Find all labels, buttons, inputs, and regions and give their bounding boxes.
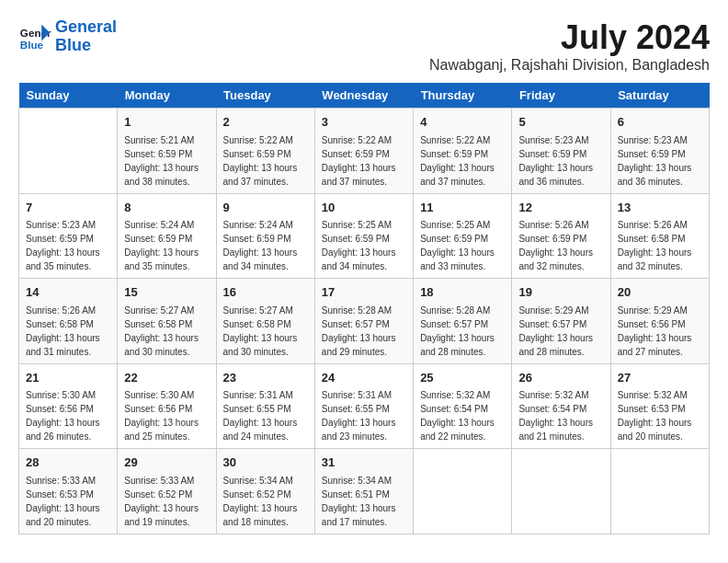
calendar-cell: 12Sunrise: 5:26 AMSunset: 6:59 PMDayligh… [512, 193, 610, 279]
day-number: 31 [322, 454, 406, 472]
day-content: Sunrise: 5:30 AMSunset: 6:56 PMDaylight:… [26, 388, 110, 443]
logo-line2: Blue [55, 36, 91, 54]
day-number: 21 [26, 369, 110, 387]
calendar-cell: 13Sunrise: 5:26 AMSunset: 6:58 PMDayligh… [610, 193, 709, 279]
calendar-cell: 29Sunrise: 5:33 AMSunset: 6:52 PMDayligh… [118, 449, 216, 534]
day-content: Sunrise: 5:26 AMSunset: 6:59 PMDaylight:… [518, 218, 603, 273]
day-content: Sunrise: 5:33 AMSunset: 6:53 PMDaylight:… [26, 474, 110, 529]
calendar-cell: 6Sunrise: 5:23 AMSunset: 6:59 PMDaylight… [610, 109, 709, 194]
day-number: 17 [322, 283, 406, 302]
day-number: 6 [618, 113, 702, 132]
calendar-cell [414, 449, 512, 534]
calendar-cell: 17Sunrise: 5:28 AMSunset: 6:57 PMDayligh… [314, 279, 413, 364]
day-number: 9 [223, 199, 308, 217]
calendar-cell: 3Sunrise: 5:22 AMSunset: 6:59 PMDaylight… [314, 109, 413, 194]
day-number: 14 [26, 283, 110, 302]
calendar-week-row: 14Sunrise: 5:26 AMSunset: 6:58 PMDayligh… [19, 279, 710, 364]
day-number: 10 [322, 199, 406, 217]
day-content: Sunrise: 5:28 AMSunset: 6:57 PMDaylight:… [420, 304, 505, 359]
day-number: 28 [26, 454, 110, 472]
day-content: Sunrise: 5:34 AMSunset: 6:51 PMDaylight:… [322, 474, 406, 529]
day-content: Sunrise: 5:31 AMSunset: 6:55 PMDaylight:… [223, 388, 308, 443]
day-content: Sunrise: 5:29 AMSunset: 6:56 PMDaylight:… [618, 304, 702, 359]
calendar-cell: 18Sunrise: 5:28 AMSunset: 6:57 PMDayligh… [414, 279, 512, 364]
day-content: Sunrise: 5:31 AMSunset: 6:55 PMDaylight:… [322, 388, 406, 443]
calendar-week-row: 21Sunrise: 5:30 AMSunset: 6:56 PMDayligh… [19, 363, 710, 449]
day-number: 11 [420, 199, 505, 217]
day-of-week-header: Tuesday [216, 83, 314, 109]
calendar-cell: 20Sunrise: 5:29 AMSunset: 6:56 PMDayligh… [610, 279, 709, 364]
day-number: 27 [618, 369, 702, 387]
day-of-week-header: Saturday [610, 83, 709, 109]
calendar-cell: 27Sunrise: 5:32 AMSunset: 6:53 PMDayligh… [610, 363, 709, 449]
day-of-week-header: Wednesday [314, 83, 413, 109]
day-content: Sunrise: 5:24 AMSunset: 6:59 PMDaylight:… [124, 218, 209, 273]
day-number: 23 [223, 369, 308, 387]
day-of-week-header: Sunday [19, 83, 118, 109]
day-number: 4 [420, 113, 505, 132]
calendar-cell: 26Sunrise: 5:32 AMSunset: 6:54 PMDayligh… [512, 363, 610, 449]
day-content: Sunrise: 5:22 AMSunset: 6:59 PMDaylight:… [420, 133, 505, 189]
calendar-cell: 19Sunrise: 5:29 AMSunset: 6:57 PMDayligh… [512, 279, 610, 364]
calendar-cell: 23Sunrise: 5:31 AMSunset: 6:55 PMDayligh… [216, 363, 314, 449]
logo: General Blue General Blue [18, 18, 117, 55]
day-number: 5 [518, 113, 603, 132]
calendar-cell: 7Sunrise: 5:23 AMSunset: 6:59 PMDaylight… [19, 193, 118, 279]
logo-icon: General Blue [18, 20, 51, 53]
day-content: Sunrise: 5:21 AMSunset: 6:59 PMDaylight:… [124, 133, 209, 189]
day-number: 3 [322, 113, 406, 132]
day-content: Sunrise: 5:32 AMSunset: 6:54 PMDaylight:… [518, 388, 603, 443]
day-content: Sunrise: 5:25 AMSunset: 6:59 PMDaylight:… [322, 218, 406, 273]
calendar-cell: 10Sunrise: 5:25 AMSunset: 6:59 PMDayligh… [314, 193, 413, 279]
calendar-table: SundayMondayTuesdayWednesdayThursdayFrid… [18, 83, 710, 534]
calendar-cell: 15Sunrise: 5:27 AMSunset: 6:58 PMDayligh… [118, 279, 216, 364]
day-number: 2 [223, 113, 308, 132]
day-number: 29 [124, 454, 209, 472]
calendar-cell: 5Sunrise: 5:23 AMSunset: 6:59 PMDaylight… [512, 109, 610, 194]
day-content: Sunrise: 5:25 AMSunset: 6:59 PMDaylight:… [420, 218, 505, 273]
day-content: Sunrise: 5:23 AMSunset: 6:59 PMDaylight:… [618, 133, 702, 189]
calendar-cell: 14Sunrise: 5:26 AMSunset: 6:58 PMDayligh… [19, 279, 118, 364]
day-number: 19 [518, 283, 603, 302]
calendar-title: July 2024 [429, 18, 710, 57]
day-of-week-header: Friday [512, 83, 610, 109]
day-content: Sunrise: 5:26 AMSunset: 6:58 PMDaylight:… [618, 218, 702, 273]
day-number: 1 [124, 113, 209, 132]
calendar-cell: 28Sunrise: 5:33 AMSunset: 6:53 PMDayligh… [19, 449, 118, 534]
day-content: Sunrise: 5:23 AMSunset: 6:59 PMDaylight:… [26, 218, 110, 273]
calendar-week-row: 7Sunrise: 5:23 AMSunset: 6:59 PMDaylight… [19, 193, 710, 279]
day-content: Sunrise: 5:28 AMSunset: 6:57 PMDaylight:… [322, 304, 406, 359]
day-content: Sunrise: 5:23 AMSunset: 6:59 PMDaylight:… [518, 133, 603, 189]
day-number: 8 [124, 199, 209, 217]
day-content: Sunrise: 5:22 AMSunset: 6:59 PMDaylight:… [223, 133, 308, 189]
day-content: Sunrise: 5:22 AMSunset: 6:59 PMDaylight:… [322, 133, 406, 189]
day-number: 20 [618, 283, 702, 302]
page-header: General Blue General Blue July 2024 Nawa… [18, 18, 710, 74]
day-content: Sunrise: 5:26 AMSunset: 6:58 PMDaylight:… [26, 304, 110, 359]
day-number: 22 [124, 369, 209, 387]
calendar-cell: 1Sunrise: 5:21 AMSunset: 6:59 PMDaylight… [118, 109, 216, 194]
day-number: 7 [26, 199, 110, 217]
day-number: 26 [518, 369, 603, 387]
calendar-cell [610, 449, 709, 534]
calendar-cell: 21Sunrise: 5:30 AMSunset: 6:56 PMDayligh… [19, 363, 118, 449]
calendar-cell: 8Sunrise: 5:24 AMSunset: 6:59 PMDaylight… [118, 193, 216, 279]
calendar-cell: 24Sunrise: 5:31 AMSunset: 6:55 PMDayligh… [314, 363, 413, 449]
calendar-cell: 11Sunrise: 5:25 AMSunset: 6:59 PMDayligh… [414, 193, 512, 279]
day-content: Sunrise: 5:30 AMSunset: 6:56 PMDaylight:… [124, 388, 209, 443]
calendar-cell: 25Sunrise: 5:32 AMSunset: 6:54 PMDayligh… [414, 363, 512, 449]
calendar-week-row: 1Sunrise: 5:21 AMSunset: 6:59 PMDaylight… [19, 109, 710, 194]
logo-line1: General [55, 17, 117, 36]
day-content: Sunrise: 5:32 AMSunset: 6:53 PMDaylight:… [618, 388, 702, 443]
calendar-cell: 9Sunrise: 5:24 AMSunset: 6:59 PMDaylight… [216, 193, 314, 279]
calendar-cell: 31Sunrise: 5:34 AMSunset: 6:51 PMDayligh… [314, 449, 413, 534]
day-number: 16 [223, 283, 308, 302]
day-number: 18 [420, 283, 505, 302]
calendar-header-row: SundayMondayTuesdayWednesdayThursdayFrid… [19, 83, 710, 109]
calendar-cell: 30Sunrise: 5:34 AMSunset: 6:52 PMDayligh… [216, 449, 314, 534]
title-block: July 2024 Nawabganj, Rajshahi Division, … [429, 18, 710, 74]
day-content: Sunrise: 5:29 AMSunset: 6:57 PMDaylight:… [518, 304, 603, 359]
day-content: Sunrise: 5:24 AMSunset: 6:59 PMDaylight:… [223, 218, 308, 273]
calendar-cell: 4Sunrise: 5:22 AMSunset: 6:59 PMDaylight… [414, 109, 512, 194]
calendar-cell [19, 109, 118, 194]
